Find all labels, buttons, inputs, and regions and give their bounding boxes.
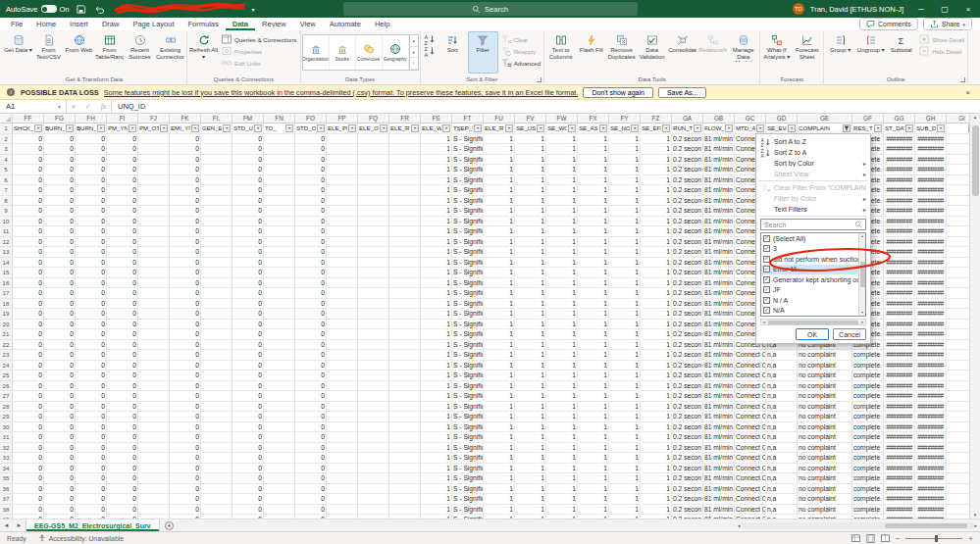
grid-cell[interactable]: 0 [76, 247, 107, 258]
filter-dropdown-button[interactable]: ▾ [937, 124, 945, 132]
grid-cell[interactable] [358, 515, 389, 519]
grid-cell[interactable]: 1 [609, 412, 641, 422]
insert-function-icon[interactable]: fx [101, 102, 106, 111]
filter-dropdown-button[interactable]: ▾ [474, 124, 482, 132]
grid-cell[interactable] [327, 226, 358, 237]
grid-cell[interactable] [327, 412, 358, 422]
filter-dropdown-button[interactable]: ▾ [568, 124, 576, 132]
grid-cell[interactable]: 1 [609, 237, 641, 248]
grid-cell[interactable]: 1 [515, 494, 546, 505]
grid-cell[interactable]: 1 [515, 361, 546, 371]
row-header-13[interactable]: 13 [0, 247, 13, 258]
grid-cell[interactable]: 1 [641, 217, 672, 227]
grid-cell[interactable]: 1 [641, 165, 672, 175]
grid-cell[interactable] [327, 371, 358, 381]
grid-cell[interactable]: 1 [578, 206, 609, 217]
grid-cell[interactable]: no complaint [798, 381, 852, 392]
grid-cell[interactable] [201, 247, 232, 258]
grid-cell[interactable]: 81 ml/min [703, 361, 735, 371]
grid-cell[interactable]: 0 [232, 226, 264, 237]
grid-cell[interactable] [264, 155, 295, 166]
row-header-8[interactable]: 8 [0, 196, 13, 207]
grid-cell[interactable] [389, 155, 421, 166]
grid-cell[interactable] [358, 381, 389, 392]
grid-cell[interactable]: 1 [484, 144, 515, 155]
grid-cell[interactable]: 0 [232, 175, 264, 186]
grid-cell[interactable]: complete [852, 361, 884, 371]
row-header-15[interactable]: 15 [0, 268, 13, 278]
grid-cell[interactable] [264, 371, 295, 381]
column-letter-FS[interactable]: FS [421, 114, 452, 124]
grid-cell[interactable]: 0 [44, 473, 76, 484]
grid-cell[interactable] [327, 361, 358, 371]
grid-cell[interactable]: 0 [170, 443, 201, 454]
column-header-se-use[interactable]: SE_USE▾ [515, 124, 546, 134]
grid-cell[interactable] [201, 196, 232, 207]
grid-cell[interactable] [389, 473, 421, 484]
row-header-23[interactable]: 23 [0, 350, 13, 361]
grid-cell[interactable]: 1 [609, 247, 641, 258]
grid-cell[interactable]: 0 [107, 226, 138, 237]
grid-cell[interactable]: 81 ml/min [703, 484, 735, 495]
row-header-38[interactable]: 38 [0, 505, 13, 516]
grid-cell[interactable]: 0.2 secon [672, 340, 703, 351]
grid-cell[interactable]: 81 ml/min [703, 453, 735, 464]
sheet-tab-active[interactable]: EEG-GS5_M2_Electrosurgical_Surv [26, 519, 160, 531]
grid-cell[interactable]: 1 [578, 299, 609, 310]
row-header-5[interactable]: 5 [0, 165, 13, 175]
grid-cell[interactable] [327, 391, 358, 402]
grid-cell[interactable]: 0 [107, 329, 138, 340]
grid-cell[interactable]: 1 [578, 494, 609, 505]
grid-cell[interactable]: 1 [641, 443, 672, 454]
grid-cell[interactable] [327, 155, 358, 166]
row-header-33[interactable]: 33 [0, 453, 13, 464]
grid-cell[interactable]: 0.2 secon [672, 258, 703, 269]
grid-cell[interactable]: n,a [766, 515, 798, 519]
subtotal-button[interactable]: ΣSubtotal [886, 31, 916, 74]
column-header-burn[interactable]: BURN_▾ [44, 124, 76, 134]
horizontal-scroll-thumb[interactable] [885, 523, 967, 528]
grid-cell[interactable]: 0 [232, 144, 264, 155]
refresh-all-button[interactable]: Refresh All ▾ [188, 31, 219, 74]
grid-cell[interactable]: 0.2 secon [672, 473, 703, 484]
tab-home[interactable]: Home [29, 18, 63, 30]
grid-cell[interactable]: 1 [515, 196, 546, 207]
grid-cell[interactable]: 1 [515, 402, 546, 413]
grid-cell[interactable] [138, 175, 170, 186]
grid-cell[interactable]: S - Signific [452, 371, 484, 381]
grid-cell[interactable]: 1 [484, 226, 515, 237]
grid-cell[interactable]: 0 [44, 453, 76, 464]
grid-cell[interactable]: complete [852, 443, 884, 454]
grid-cell[interactable]: complete [852, 453, 884, 464]
grid-cell[interactable]: 0 [170, 237, 201, 248]
grid-cell[interactable]: 0 [170, 402, 201, 413]
grid-cell[interactable] [358, 361, 389, 371]
grid-cell[interactable]: complete [852, 515, 884, 519]
text-to-columns-button[interactable]: Text to Columns [545, 31, 576, 74]
grid-cell[interactable]: 0 [295, 453, 327, 464]
grid-cell[interactable] [201, 299, 232, 310]
grid-cell[interactable]: 0 [170, 278, 201, 289]
grid-cell[interactable] [358, 340, 389, 351]
grid-cell[interactable]: 0 [295, 144, 327, 155]
filter-dropdown-button[interactable]: ▾ [725, 124, 733, 132]
scroll-left-icon[interactable]: ◄ [737, 523, 741, 528]
grid-cell[interactable]: 1 [515, 268, 546, 278]
cancel-entry-icon[interactable]: × [72, 102, 76, 111]
grid-cell[interactable]: 0 [232, 247, 264, 258]
grid-cell[interactable]: 1 [609, 144, 641, 155]
grid-cell[interactable]: 81 ml/min [703, 144, 735, 155]
grid-cell[interactable]: 0 [13, 288, 44, 299]
grid-cell[interactable]: 0 [170, 350, 201, 361]
grid-cell[interactable]: S - Signific [452, 268, 484, 278]
grid-cell[interactable]: 0 [44, 422, 76, 433]
grid-cell[interactable]: 1 [515, 258, 546, 269]
grid-cell[interactable]: ######## [915, 309, 947, 320]
grid-cell[interactable]: 0.2 secon [672, 422, 703, 433]
grid-cell[interactable]: 0 [107, 144, 138, 155]
grid-cell[interactable]: 0 [107, 371, 138, 381]
grid-cell[interactable]: S - Signific [452, 288, 484, 299]
grid-cell[interactable]: 0 [170, 206, 201, 217]
row-header-25[interactable]: 25 [0, 371, 13, 381]
grid-cell[interactable]: 1 [609, 391, 641, 402]
